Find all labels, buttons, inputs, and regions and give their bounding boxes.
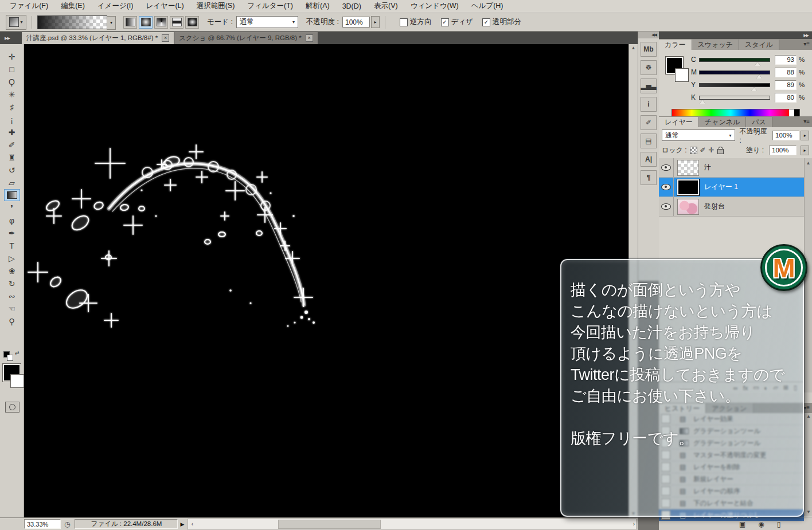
history-scrollbar[interactable]: ▲ ▼	[804, 413, 812, 516]
dock-panel-icon-clone-source[interactable]: ▤	[641, 134, 657, 148]
menu-item[interactable]: 解析(A)	[299, 1, 336, 11]
dock-panel-icon-character[interactable]: A|	[641, 152, 657, 167]
status-menu-arrow-icon[interactable]: ▶	[180, 521, 184, 527]
dock-panel-icon-mini-bridge[interactable]: Mb	[641, 42, 657, 57]
fill-slider-button[interactable]: ▸	[801, 146, 809, 155]
tool-button-clone-stamp[interactable]: ♜	[4, 151, 20, 163]
menu-item[interactable]: ファイル(F)	[3, 1, 54, 11]
history-panel-button-icon-new-snapshot[interactable]: ◉	[758, 520, 764, 528]
channel-slider[interactable]	[699, 70, 770, 74]
dock-panel-icon-brush-presets[interactable]: ✐	[641, 115, 657, 130]
collapse-panels-icon[interactable]: ▶▶	[659, 32, 812, 39]
close-icon[interactable]: ×	[306, 34, 313, 42]
panel-tab[interactable]: パス	[746, 117, 772, 127]
scroll-down-icon[interactable]: ▼	[806, 509, 811, 515]
lock-pixels-icon[interactable]: ✐	[700, 146, 706, 154]
collapse-dock-icon[interactable]: ◀◀	[638, 32, 659, 38]
scroll-up-icon[interactable]: ▲	[806, 414, 811, 419]
dock-panel-icon-navigator-wheel[interactable]: ☸	[641, 60, 657, 75]
panel-menu-icon[interactable]: ▾≡	[803, 118, 810, 124]
tool-button-eyedropper[interactable]: ¡	[4, 113, 20, 125]
history-panel-button-icon-delete-state[interactable]: ▯	[777, 520, 781, 528]
tool-button-history-brush[interactable]: ↺	[4, 164, 20, 176]
background-color-swatch[interactable]	[675, 68, 689, 82]
layer-thumbnail[interactable]	[677, 199, 699, 215]
channel-slider[interactable]	[699, 83, 770, 87]
blend-mode-select[interactable]: 通常 ▾	[236, 16, 298, 28]
dock-panel-icon-histogram[interactable]: ▂▅▃	[641, 78, 657, 93]
channel-slider[interactable]	[699, 96, 770, 100]
lock-position-icon[interactable]: ✛	[709, 146, 715, 154]
tool-button-gradient[interactable]	[4, 189, 20, 201]
document-canvas[interactable]	[24, 44, 628, 517]
menu-item[interactable]: フィルター(T)	[241, 1, 299, 11]
close-icon[interactable]: ×	[162, 34, 169, 42]
slider-thumb-icon[interactable]	[755, 62, 760, 66]
panel-menu-icon[interactable]: ▾≡	[803, 41, 810, 47]
visibility-toggle[interactable]	[659, 197, 674, 216]
gradient-type-button-radial[interactable]	[139, 16, 153, 29]
tool-button-type[interactable]: T	[4, 240, 20, 252]
layer-row-レイヤー 1[interactable]: レイヤー 1	[659, 178, 804, 197]
menu-item[interactable]: 編集(E)	[54, 1, 91, 11]
tool-button-rectangular-marquee[interactable]: □	[4, 63, 20, 75]
tab-overflow-icon[interactable]: ▶▶	[0, 36, 22, 44]
menu-item[interactable]: イメージ(I)	[91, 1, 140, 11]
panel-tab[interactable]: カラー	[659, 40, 692, 50]
gradient-type-button-diamond[interactable]	[185, 16, 199, 29]
layer-row-汁[interactable]: 汁	[659, 158, 804, 178]
panel-tab[interactable]: スタイル	[739, 40, 779, 50]
lock-transparency-icon[interactable]	[690, 147, 697, 154]
menu-item[interactable]: 選択範囲(S)	[190, 1, 241, 11]
dock-panel-icon-paragraph[interactable]: ¶	[641, 170, 657, 185]
slider-thumb-icon[interactable]	[751, 87, 757, 91]
scroll-up-icon[interactable]: ▲	[806, 160, 811, 166]
menu-item[interactable]: 表示(V)	[368, 1, 404, 11]
visibility-toggle[interactable]	[659, 178, 674, 197]
tool-preset-button[interactable]: ▾	[6, 15, 26, 30]
tool-button-healing-brush[interactable]: ✚	[4, 126, 20, 138]
scrollbar-thumb[interactable]	[278, 520, 381, 529]
tool-button-crop[interactable]: ♯	[4, 101, 20, 113]
slider-thumb-icon[interactable]	[700, 100, 705, 104]
channel-value-input[interactable]: 89	[775, 80, 797, 90]
background-color-swatch[interactable]	[10, 374, 24, 388]
chevron-down-icon[interactable]: ▾	[107, 16, 116, 30]
option-checkbox[interactable]: ディザ	[441, 17, 473, 27]
option-checkbox[interactable]: 逆方向	[400, 17, 432, 27]
menu-item[interactable]: ウィンドウ(W)	[404, 1, 465, 11]
canvas-horizontal-scrollbar[interactable]: ‹ ›	[188, 519, 637, 530]
quick-mask-button[interactable]	[5, 402, 19, 413]
layer-opacity-input[interactable]: 100%	[772, 131, 799, 140]
panel-tab[interactable]: レイヤー	[659, 117, 699, 127]
tool-button-3d-orbit[interactable]: ∾	[4, 290, 20, 302]
gradient-type-button-reflected[interactable]	[170, 16, 184, 29]
opacity-input[interactable]: 100%	[342, 17, 370, 28]
opacity-slider-button[interactable]: ▸	[371, 16, 380, 28]
visibility-toggle[interactable]	[659, 158, 674, 177]
zoom-level-input[interactable]: 33.33%	[24, 519, 61, 529]
dock-panel-icon-info[interactable]: i	[641, 97, 657, 112]
layer-row-発射台[interactable]: 発射台	[659, 197, 804, 217]
default-colors-icon[interactable]	[7, 355, 13, 361]
option-checkbox[interactable]: 透明部分	[482, 17, 521, 27]
scroll-left-icon[interactable]: ‹	[188, 521, 196, 527]
tool-button-blur[interactable]: ❜	[4, 202, 20, 214]
slider-thumb-icon[interactable]	[756, 74, 762, 78]
panel-tab[interactable]: チャンネル	[699, 117, 746, 127]
tool-button-eraser[interactable]: ▱	[4, 176, 20, 189]
tool-button-hand[interactable]: ☜	[4, 303, 20, 315]
tool-button-zoom[interactable]: ⚲	[4, 315, 20, 327]
layer-blend-mode-select[interactable]: 通常▾	[662, 129, 735, 141]
scroll-right-icon[interactable]: ›	[633, 521, 635, 527]
tool-button-lasso[interactable]: Ϙ	[4, 76, 20, 88]
channel-value-input[interactable]: 80	[775, 93, 797, 103]
tool-button-quick-selection[interactable]: ✳	[4, 88, 20, 100]
channel-value-input[interactable]: 88	[775, 68, 797, 77]
tool-button-path-selection[interactable]: ▷	[4, 252, 20, 264]
menu-item[interactable]: ヘルプ(H)	[465, 1, 510, 11]
panel-menu-icon[interactable]: ▾≡	[803, 405, 810, 411]
tool-button-custom-shape[interactable]: ❀	[4, 265, 20, 277]
layer-fill-input[interactable]: 100%	[769, 146, 797, 155]
menu-item[interactable]: レイヤー(L)	[140, 1, 190, 11]
